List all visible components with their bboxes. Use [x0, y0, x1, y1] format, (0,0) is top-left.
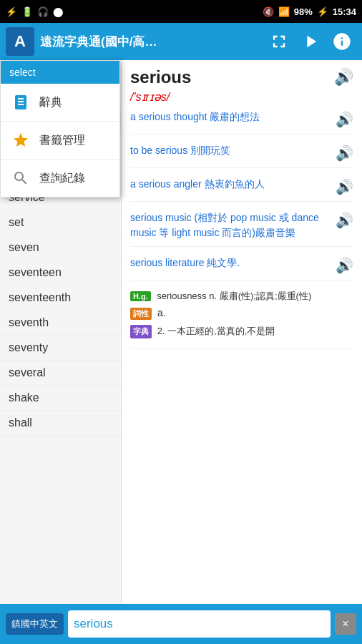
app-bar-actions — [265, 27, 356, 56]
definition-entry-1: to be serious 別開玩笑 🔊 — [130, 143, 353, 168]
sidebar-word-seventy[interactable]: seventy — [0, 336, 121, 361]
sidebar-word-seventh[interactable]: seventh — [0, 311, 121, 336]
play-button[interactable] — [296, 27, 325, 56]
dictionary-content: serious 🔊 /'sɪrɪəs/ a serious thought 嚴肅… — [122, 60, 362, 604]
word-speaker-icon[interactable]: 🔊 — [334, 68, 353, 87]
speaker-icon-4[interactable]: 🔊 — [336, 257, 353, 274]
star-icon — [9, 129, 32, 152]
def-text-3: serious music (相對於 pop music 或 dance mus… — [130, 210, 330, 240]
wifi-icon: 📶 — [278, 6, 290, 17]
status-left-icons: ⚡ 🔋 🎧 ⬤ — [6, 6, 64, 17]
def-text-4: serious literature 純文學. — [130, 255, 330, 270]
expand-button[interactable] — [265, 27, 293, 56]
app-title: 遠流字典通(國中/高… — [40, 34, 259, 50]
dropdown-item-dictionary[interactable]: 辭典 — [1, 84, 119, 122]
battery-icon: 🔋 — [21, 6, 33, 17]
definition-entry-4: serious literature 純文學. 🔊 — [130, 255, 353, 280]
sidebar-word-shake[interactable]: shake — [0, 386, 121, 411]
def-text-1: to be serious 別開玩笑 — [130, 143, 330, 158]
dropdown-item-bookmarks[interactable]: 書籤管理 — [1, 122, 119, 160]
speaker-icon-1[interactable]: 🔊 — [336, 145, 353, 162]
dropdown-menu[interactable]: select 辭典 書籤管理 查詢紀錄 — [0, 60, 120, 197]
headset-icon: 🎧 — [37, 6, 49, 17]
sidebar-word-set[interactable]: set — [0, 210, 121, 235]
sidebar-word-seventeenth[interactable]: seventeenth — [0, 286, 121, 311]
search-icon — [9, 167, 32, 190]
clock: 15:34 — [333, 6, 356, 17]
tag-pos: 詞性 — [130, 308, 152, 320]
speaker-icon-0[interactable]: 🔊 — [336, 111, 353, 128]
status-right-info: 🔇 📶 98% ⚡ 15:34 — [263, 6, 356, 17]
circle-icon: ⬤ — [53, 6, 64, 17]
definition-entry-2: a serious angler 熱衷釣魚的人 🔊 — [130, 177, 353, 202]
word-title: serious — [130, 67, 191, 87]
pronunciation: /'sɪrɪəs/ — [130, 90, 353, 104]
status-bar: ⚡ 🔋 🎧 ⬤ 🔇 📶 98% ⚡ 15:34 — [0, 0, 362, 23]
tag-zi: 字典 — [130, 325, 152, 338]
sidebar-word-seventeen[interactable]: seventeen — [0, 260, 121, 286]
info-button[interactable] — [328, 27, 356, 56]
word-header: serious 🔊 — [130, 67, 353, 87]
sidebar-word-seven[interactable]: seven — [0, 235, 121, 260]
dropdown-item-history[interactable]: 查詢紀錄 — [1, 160, 119, 197]
def-text-0: a serious thought 嚴肅的想法 — [130, 109, 330, 125]
app-logo: A — [6, 27, 34, 56]
battery-percent: 98% — [294, 6, 313, 17]
dropdown-label-history: 查詢紀錄 — [39, 171, 85, 186]
pos-note: a. — [157, 307, 166, 318]
dropdown-label-bookmarks: 書籤管理 — [39, 133, 85, 148]
zi-line: 字典 2. 一本正經的,當真的,不是開 — [130, 324, 353, 338]
main-content: sentenceSeptemberseriousservantserveserv… — [0, 60, 362, 604]
usb-icon: ⚡ — [6, 6, 17, 17]
book-icon — [9, 91, 32, 114]
mute-icon: 🔇 — [263, 6, 274, 17]
pos-line: 詞性 a. — [130, 307, 353, 320]
seriousness-entry: H.g. seriousness n. 嚴肅(性);認真;嚴重(性) 詞性 a.… — [130, 289, 353, 349]
def-text-2: a serious angler 熱衷釣魚的人 — [130, 177, 330, 192]
seriousness-note: seriousness n. 嚴肅(性);認真;嚴重(性) — [157, 291, 311, 301]
tag-hg: H.g. — [130, 291, 151, 301]
app-bar: A 遠流字典通(國中/高… — [0, 23, 362, 60]
language-switch-button[interactable]: 鎮國中英文 — [6, 613, 64, 635]
speaker-icon-3[interactable]: 🔊 — [336, 212, 353, 229]
definition-entries: a serious thought 嚴肅的想法 🔊 to be serious … — [130, 109, 353, 280]
definition-entry-3: serious music (相對於 pop music 或 dance mus… — [130, 210, 353, 247]
sidebar-word-several[interactable]: several — [0, 361, 121, 386]
sidebar-word-shall[interactable]: shall — [0, 411, 121, 436]
bottom-search-bar: 鎮國中英文 × — [0, 604, 362, 644]
definition-entry-0: a serious thought 嚴肅的想法 🔊 — [130, 109, 353, 135]
search-input[interactable] — [74, 617, 325, 631]
search-input-wrap[interactable] — [68, 610, 331, 638]
clear-button[interactable]: × — [335, 613, 356, 635]
battery-charging-icon: ⚡ — [317, 6, 328, 17]
zi-note: 2. 一本正經的,當真的,不是開 — [157, 326, 275, 336]
speaker-icon-2[interactable]: 🔊 — [336, 178, 353, 195]
dropdown-label-dictionary: 辭典 — [39, 95, 62, 110]
dropdown-header: select — [1, 61, 119, 84]
